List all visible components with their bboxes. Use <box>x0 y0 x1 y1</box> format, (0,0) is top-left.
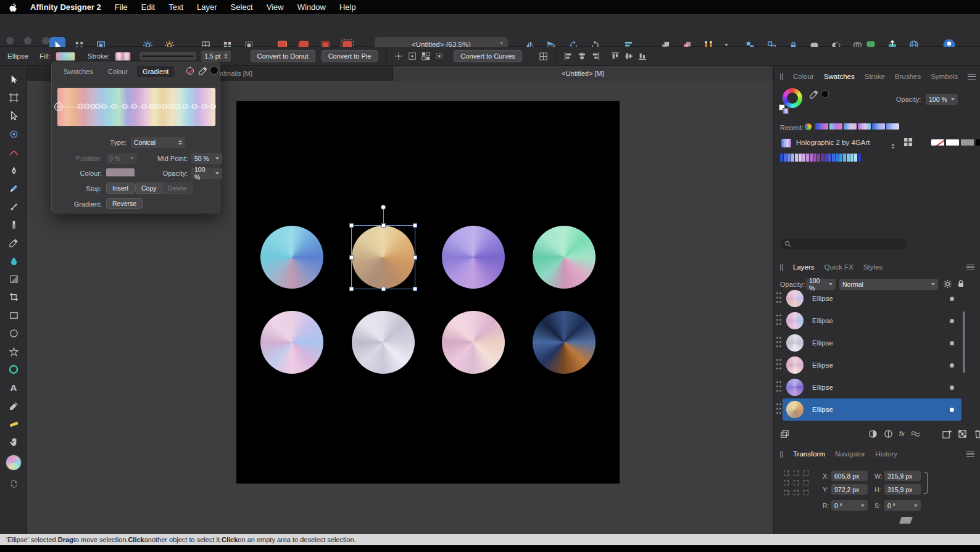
gradient-stop[interactable] <box>202 104 207 109</box>
swatch-chip[interactable] <box>815 123 828 130</box>
pen-tool[interactable] <box>5 162 22 178</box>
ellipse-tool[interactable] <box>5 325 22 341</box>
menu-view[interactable]: View <box>267 2 284 12</box>
swatch-chip[interactable] <box>802 154 805 162</box>
stroke-width-field[interactable]: 1,5 pt <box>201 51 230 62</box>
layer-thumbnail[interactable] <box>786 334 804 352</box>
measure-tool[interactable] <box>5 416 22 432</box>
swatch-chip[interactable] <box>847 154 850 162</box>
rectangle-tool[interactable] <box>5 307 22 323</box>
selection-handle-se[interactable] <box>413 287 417 291</box>
swap-fill-stroke-icon[interactable] <box>5 476 22 492</box>
convert-to-curves-button[interactable]: Convert to Curves <box>454 50 522 62</box>
layer-visibility-toggle[interactable] <box>950 297 954 301</box>
layer-name[interactable]: Ellipse <box>812 295 833 302</box>
rotation-handle[interactable] <box>381 205 386 210</box>
layer-drag-handle-icon[interactable] <box>776 341 778 343</box>
layers-scrollbar[interactable] <box>963 311 965 373</box>
lock-layer-icon[interactable] <box>957 279 965 288</box>
gradient-stop[interactable] <box>175 104 180 109</box>
ellipse-object-1[interactable] <box>260 226 323 289</box>
selection-handle-sw[interactable] <box>349 287 354 291</box>
no-fill-icon[interactable] <box>186 67 194 75</box>
layer-row-2[interactable]: Ellipse <box>783 310 961 332</box>
gradient-stop[interactable] <box>111 104 117 109</box>
live-filter-icon[interactable] <box>911 429 920 439</box>
popup-tab-colour[interactable]: Colour <box>102 66 133 77</box>
menu-file[interactable]: File <box>115 2 128 12</box>
rotation-field[interactable]: 0 ° <box>831 500 868 511</box>
ellipse-object-3[interactable] <box>442 226 505 289</box>
swatch-chip[interactable] <box>832 154 835 162</box>
colour-eyedropper-icon[interactable] <box>810 89 819 99</box>
layer-thumbnail[interactable] <box>786 401 804 418</box>
apple-menu-icon[interactable] <box>7 2 17 12</box>
transform-origin-icon[interactable] <box>405 50 419 62</box>
swatch-chip[interactable] <box>791 154 794 162</box>
layer-drag-handle-icon[interactable] <box>776 363 778 365</box>
picked-colour-chip[interactable] <box>821 90 829 98</box>
edit-all-layers-icon[interactable] <box>780 429 789 439</box>
swatch-chip[interactable] <box>961 139 974 146</box>
gradient-stop[interactable] <box>101 104 107 109</box>
convert-to-donut-button[interactable]: Convert to Donut <box>251 50 315 62</box>
swatch-chip[interactable] <box>946 139 959 146</box>
w-field[interactable]: 315,9 px <box>884 471 921 481</box>
fill-tool[interactable] <box>5 252 22 268</box>
gradient-stop[interactable] <box>95 104 101 109</box>
layer-row-5[interactable]: Ellipse <box>783 376 961 398</box>
swatch-chip[interactable] <box>824 154 828 162</box>
layer-name[interactable]: Ellipse <box>812 384 833 391</box>
layer-drag-handle-icon[interactable] <box>776 319 778 321</box>
menu-select[interactable]: Select <box>231 2 253 12</box>
selection-handle-ne[interactable] <box>413 223 417 228</box>
ellipse-object-5[interactable] <box>260 311 323 374</box>
ellipse-object-7[interactable] <box>442 311 505 374</box>
document-tab-untitled[interactable]: <Untitled> [M] <box>393 66 773 81</box>
shear-field[interactable]: 0 ° <box>884 500 921 511</box>
swatch-search-field[interactable] <box>781 239 907 249</box>
midpoint-dropdown[interactable]: 50 % <box>191 153 222 164</box>
move-origin-icon[interactable] <box>392 50 405 62</box>
gradient-stop[interactable] <box>54 102 63 111</box>
swatch-chip[interactable] <box>872 123 885 130</box>
swatch-chip[interactable] <box>828 154 831 162</box>
selection-handle-s[interactable] <box>381 287 386 291</box>
delete-layer-icon[interactable] <box>973 429 980 439</box>
layer-row-1[interactable]: Ellipse <box>783 287 961 310</box>
fill-stroke-mini-stroke[interactable] <box>783 108 789 114</box>
current-fill-indicator[interactable] <box>6 455 22 471</box>
align-bottom-icon[interactable] <box>636 50 649 62</box>
transparency-tool[interactable] <box>5 271 22 287</box>
view-hand-tool[interactable] <box>5 434 22 450</box>
tab-symbols[interactable]: Symbols <box>931 73 958 80</box>
menu-text[interactable]: Text <box>168 2 183 12</box>
layer-name[interactable]: Ellipse <box>812 406 833 413</box>
layer-row-4[interactable]: Ellipse <box>783 354 961 376</box>
palette-name-dropdown[interactable]: Holographic 2 by 4GArt <box>796 139 870 146</box>
panel-grip-icon[interactable] <box>780 73 783 80</box>
colour-picker-tool[interactable] <box>5 234 22 250</box>
stroke-width-slider[interactable] <box>139 52 196 60</box>
gradient-stop[interactable] <box>192 104 197 109</box>
convert-to-pie-button[interactable]: Convert to Pie <box>322 50 378 62</box>
stop-colour-swatch[interactable] <box>106 168 135 176</box>
layer-visibility-toggle[interactable] <box>950 319 954 323</box>
align-top-icon[interactable] <box>608 50 622 62</box>
point-transform-tool[interactable] <box>5 126 22 142</box>
panel-grip-icon[interactable] <box>780 264 783 271</box>
swatch-chip[interactable] <box>850 154 853 162</box>
layer-thumbnail[interactable] <box>786 356 804 374</box>
layer-drag-handle-icon[interactable] <box>776 297 778 299</box>
layer-visibility-toggle[interactable] <box>950 363 954 368</box>
gradient-stop[interactable] <box>210 104 216 109</box>
popup-tab-swatches[interactable]: Swatches <box>58 66 99 77</box>
layer-row-6-selected[interactable]: Ellipse <box>783 398 961 421</box>
crop-tool[interactable] <box>5 289 22 305</box>
gradient-stop[interactable] <box>78 104 83 109</box>
popup-eyedropper-icon[interactable] <box>199 66 208 75</box>
selection-handle-nw[interactable] <box>349 223 354 228</box>
tab-stroke[interactable]: Stroke <box>865 73 885 80</box>
tab-history[interactable]: History <box>875 450 897 458</box>
style-picker-tool[interactable] <box>5 398 22 414</box>
